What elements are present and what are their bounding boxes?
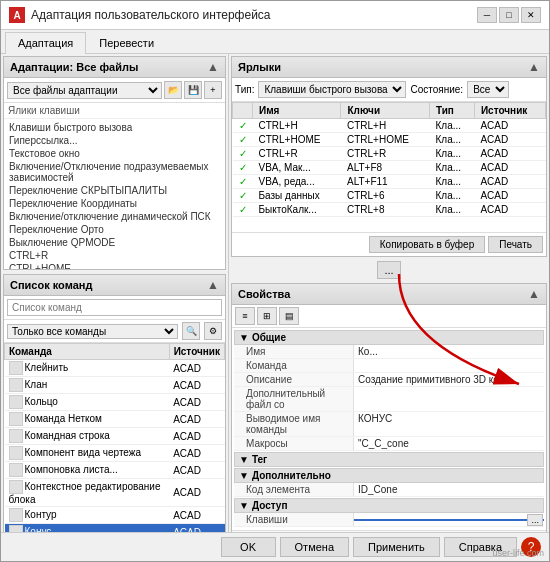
minimize-button[interactable]: ─ (477, 7, 497, 23)
table-row[interactable]: ✓ CTRL+R CTRL+R Кла... ACAD (233, 147, 546, 161)
cmd-icon (9, 463, 23, 477)
right-panel: Ярлыки ▲ Тип: Клавиши быстрого вызова Со… (229, 54, 549, 532)
print-button[interactable]: Печать (488, 236, 543, 253)
shortcuts-collapse[interactable]: ▲ (528, 60, 540, 74)
copy-btn-row: Копировать в буфер Печать (232, 232, 546, 256)
commands-section: Список команд ▲ Только все команды 🔍 ⚙ (3, 274, 226, 532)
settings-btn[interactable]: ⚙ (204, 322, 222, 340)
cmd-icon (9, 378, 23, 392)
key-info-box: Клавиши Указывает сочетание клавиш, кото… (232, 530, 546, 532)
right-panel-container: Ярлыки ▲ Тип: Клавиши быстрого вызова Со… (229, 54, 549, 532)
tab-translate[interactable]: Перевести (86, 32, 167, 53)
copy-to-buffer-button[interactable]: Копировать в буфер (369, 236, 485, 253)
shortcuts-section: Ярлыки ▲ Тип: Клавиши быстрого вызова Со… (231, 56, 547, 257)
table-row[interactable]: ✓ VBA, Мак... ALT+F8 Кла... ACAD (233, 161, 546, 175)
state-select[interactable]: Все (467, 81, 509, 98)
list-item[interactable]: Гиперссылка... (6, 134, 223, 147)
table-row[interactable]: ✓ VBA, реда... ALT+F11 Кла... ACAD (233, 175, 546, 189)
list-item[interactable]: CTRL+HOME (6, 262, 223, 269)
table-row[interactable]: Клейнить ACAD (5, 360, 225, 377)
table-row[interactable]: Кольцо ACAD (5, 394, 225, 411)
prop-group-tag-header[interactable]: ▼ Тег (234, 452, 544, 467)
list-item[interactable]: Включение/отключение динамической ПСК (6, 210, 223, 223)
table-row[interactable]: ✓ CTRL+HOME CTRL+HOME Кла... ACAD (233, 133, 546, 147)
prop-group-access-header[interactable]: ▼ Доступ (234, 498, 544, 513)
cmd-icon (9, 429, 23, 443)
table-row[interactable]: Контур ACAD (5, 507, 225, 524)
cmd-icon (9, 412, 23, 426)
adaptations-collapse[interactable]: ▲ (207, 60, 219, 74)
table-row[interactable]: Командная строка ACAD (5, 428, 225, 445)
close-button[interactable]: ✕ (521, 7, 541, 23)
table-row[interactable]: Клан ACAD (5, 377, 225, 394)
ok-button[interactable]: OK (221, 537, 276, 557)
table-row[interactable]: ✓ CTRL+H CTRL+H Кла... ACAD (233, 119, 546, 133)
list-item[interactable]: Текстовое окно (6, 147, 223, 160)
filter-row: Только все команды 🔍 ⚙ (4, 320, 225, 343)
prop-value-display-name: КОНУС (354, 412, 544, 436)
title-bar-left: A Адаптация пользовательского интерфейса (9, 7, 271, 23)
list-item[interactable]: Переключение СКРЫТЫПАЛИТЫ (6, 184, 223, 197)
table-row[interactable]: Контекстное редактирование блока ACAD (5, 479, 225, 507)
prop-group-additional-header[interactable]: ▼ Дополнительно (234, 468, 544, 483)
load-btn[interactable]: 📂 (164, 81, 182, 99)
check-icon: ✓ (233, 203, 253, 217)
filter-select[interactable]: Только все команды (7, 324, 178, 339)
cmd-icon (9, 525, 23, 532)
prop-label-command: Команда (234, 359, 354, 372)
table-row[interactable]: ✓ Базы данных CTRL+6 Кла... ACAD (233, 189, 546, 203)
adaptations-select[interactable]: Все файлы адаптации (7, 82, 162, 99)
list-item[interactable]: Включение/Отключение подразумеваемых зав… (6, 160, 223, 184)
table-row[interactable]: Команда Нетком ACAD (5, 411, 225, 428)
type-select[interactable]: Клавиши быстрого вызова (258, 81, 406, 98)
prop-row: Макросы "C_C_cone (234, 437, 544, 451)
tree-view-btn[interactable]: ⊞ (257, 307, 277, 325)
shortcuts-table: Имя Ключи Тип Источник ✓ CTRL+H (232, 102, 546, 232)
prop-group-tag: ▼ Тег (234, 452, 544, 467)
adaptations-title: Адаптации: Все файлы (10, 61, 138, 73)
col-check (233, 103, 253, 119)
table-row[interactable]: Конус ACAD (5, 524, 225, 533)
new-btn[interactable]: + (204, 81, 222, 99)
save-btn[interactable]: 💾 (184, 81, 202, 99)
table-row[interactable]: Компонент вида чертежа ACAD (5, 445, 225, 462)
filter-btn[interactable]: 🔍 (182, 322, 200, 340)
window-title: Адаптация пользовательского интерфейса (31, 8, 271, 22)
state-label: Состояние: (410, 84, 463, 95)
access-ellipsis-button[interactable]: ... (527, 514, 543, 526)
search-box (4, 296, 225, 320)
prop-value-element-code: ID_Cone (354, 483, 544, 496)
prop-row: Описание Создание примитивного 3D ком... (234, 373, 544, 387)
list-item[interactable]: Выключение QPMODE (6, 236, 223, 249)
table-row[interactable]: ✓ БыктоКалк... CTRL+8 Кла... ACAD (233, 203, 546, 217)
search-input[interactable] (7, 299, 222, 316)
apply-button[interactable]: Применить (353, 537, 440, 557)
prop-value-description: Создание примитивного 3D ком... (354, 373, 544, 386)
maximize-button[interactable]: □ (499, 7, 519, 23)
prop-label-name: Имя (234, 345, 354, 358)
access-value-keys[interactable] (354, 519, 544, 521)
prop-group-general-header[interactable]: ▼ Общие (234, 330, 544, 345)
commands-collapse[interactable]: ▲ (207, 278, 219, 292)
prop-row: Код элемента ID_Cone (234, 483, 544, 497)
tab-adaptation[interactable]: Адаптация (5, 32, 86, 54)
list-item[interactable]: Клавиши быстрого вызова (6, 121, 223, 134)
prop-row: Команда (234, 359, 544, 373)
keys-section-label: Ялики клавиши (4, 103, 225, 119)
col-source: Источник (474, 103, 545, 119)
cancel-button[interactable]: Отмена (280, 537, 349, 557)
properties-collapse[interactable]: ▲ (528, 287, 540, 301)
three-dots-button[interactable]: ... (377, 261, 400, 279)
prop-value-command (354, 359, 544, 372)
bottom-buttons: OK Отмена Применить Справка ? (1, 532, 549, 561)
shortcuts-header: Ярлыки ▲ (232, 57, 546, 78)
prop-value-macros: "C_C_cone (354, 437, 544, 450)
list-item[interactable]: Переключение Координаты (6, 197, 223, 210)
detail-view-btn[interactable]: ▤ (279, 307, 299, 325)
access-label-keys: Клавиши (234, 513, 354, 526)
prop-row: Имя Ко... (234, 345, 544, 359)
table-row[interactable]: Компоновка листа... ACAD (5, 462, 225, 479)
list-view-btn[interactable]: ≡ (235, 307, 255, 325)
list-item[interactable]: Переключение Орто (6, 223, 223, 236)
list-item[interactable]: CTRL+R (6, 249, 223, 262)
